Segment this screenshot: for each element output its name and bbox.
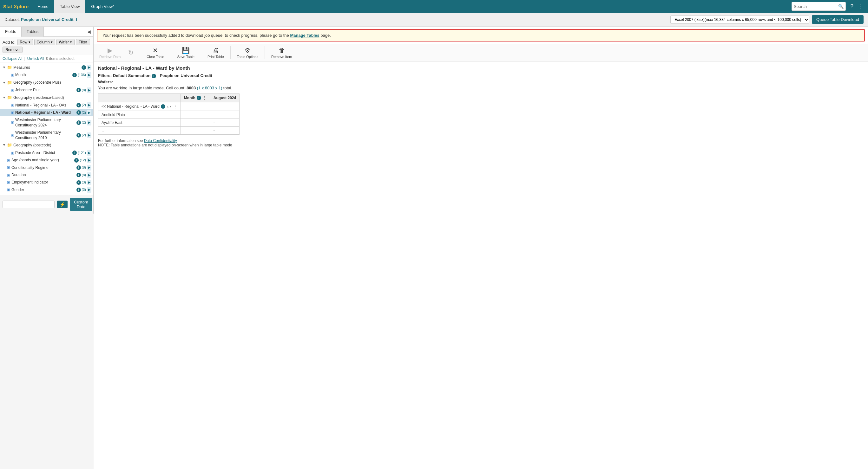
search-input[interactable] (794, 4, 838, 9)
sidebar-footer: ⚡ Custom Data (0, 195, 93, 213)
column-button[interactable]: Column ▼ (34, 39, 55, 45)
alert-message-prefix: Your request has been successfully added… (102, 33, 290, 38)
tree-item-geo-jobcentre-folder[interactable]: ▼ 📁 Geography (Jobcentre Plus) (0, 79, 93, 87)
employment-expand-arrow[interactable]: ▶ (87, 180, 91, 185)
tree-item-gender[interactable]: ▣ Gender i (3) ▶ (0, 186, 93, 193)
tree-item-westminster-2024[interactable]: ▣ Westminster Parliamentary Constituency… (0, 116, 93, 129)
duration-expand-arrow[interactable]: ▶ (87, 172, 91, 178)
data-confidentiality-link[interactable]: Data Confidentiality (144, 138, 177, 143)
age-expand-arrow[interactable]: ▶ (87, 158, 91, 163)
dataset-info-icon[interactable]: ℹ (76, 18, 78, 22)
queue-download-button[interactable]: Queue Table Download (812, 15, 864, 24)
age-info-icon[interactable]: i (74, 158, 79, 163)
tab-tables[interactable]: Tables (22, 27, 44, 37)
tree-item-jobcentre-plus[interactable]: ▣ Jobcentre Plus i (8) ▶ (0, 87, 93, 94)
month-item-icon: ▣ (11, 73, 14, 77)
nav-table-view[interactable]: Table View (54, 0, 86, 13)
wafer-button[interactable]: Wafer ▼ (57, 39, 74, 45)
nat-ward-expand-arrow[interactable]: ▶ (87, 110, 91, 115)
custom-data-button[interactable]: Custom Data (70, 198, 92, 211)
gender-expand-arrow[interactable]: ▶ (87, 187, 91, 192)
col-month-menu-icon[interactable]: ⋮ (203, 95, 207, 100)
filter-button[interactable]: Filter (76, 39, 90, 45)
collapse-all-link[interactable]: Collapse All (3, 57, 23, 61)
format-select[interactable]: Excel 2007 (.xlsx)(max 16,384 columns x … (670, 15, 809, 24)
jcp-info-icon[interactable]: i (76, 88, 81, 92)
untick-all-link[interactable]: Un-tick All (27, 57, 44, 61)
row-geo-menu-icon[interactable]: ⋮ (173, 104, 177, 109)
dataset-name[interactable]: People on Universal Credit (21, 17, 73, 22)
table-row-aycliffe: Aycliffe East - (98, 119, 240, 127)
age-count: (12) (80, 158, 86, 163)
geo-res-folder-icon: 📁 (7, 95, 12, 100)
tree-item-duration[interactable]: ▣ Duration i (8) ▶ (0, 171, 93, 179)
jcp-expand-arrow[interactable]: ▶ (87, 88, 91, 93)
measures-expand-arrow[interactable]: ▶ (87, 65, 91, 70)
add-to-bar: Add to: Row ▼ Column ▼ Wafer ▼ Filter Re… (0, 37, 93, 55)
employment-info-icon[interactable]: i (76, 180, 81, 185)
geo-res-expander: ▼ (3, 95, 7, 100)
nat-oas-info-icon[interactable]: i (76, 103, 81, 107)
postcode-area-expand-arrow[interactable]: ▶ (87, 150, 91, 156)
tree-item-month[interactable]: ▣ Month i (136) ▶ (0, 71, 93, 78)
help-button[interactable]: ? (848, 3, 855, 10)
cond-expand-arrow[interactable]: ▶ (87, 165, 91, 170)
duration-info-icon[interactable]: i (76, 173, 81, 177)
row-geo-sort-arrows[interactable]: ▲▼ (166, 105, 172, 108)
search-icon[interactable]: 🔍 (838, 4, 844, 9)
tree-item-employment[interactable]: ▣ Employment indicator i (3) ▶ (0, 179, 93, 186)
clear-table-group[interactable]: ✕ Clear Table (144, 45, 166, 60)
row-geo-info-icon[interactable]: i (161, 104, 165, 109)
tree-item-age[interactable]: ▣ Age (bands and single year) i (12) ▶ (0, 157, 93, 164)
nav-home[interactable]: Home (32, 0, 54, 13)
tree-item-measures[interactable]: ▼ 📁 Measures i ▶ (0, 64, 93, 71)
tree-item-postcode-area[interactable]: ▣ Postcode Area - District i (121) ▶ (0, 149, 93, 157)
menu-button[interactable]: ⋮ (855, 3, 865, 10)
sidebar-collapse-icon[interactable]: ◀ (87, 29, 91, 34)
cond-info-icon[interactable]: i (76, 165, 81, 170)
month-expand-arrow[interactable]: ▶ (87, 72, 91, 78)
postcode-area-info-icon[interactable]: i (72, 150, 77, 155)
nat-ward-info-icon[interactable]: i (76, 110, 81, 115)
westminster-2010-expand-arrow[interactable]: ▶ (87, 132, 91, 138)
row-button[interactable]: Row ▼ (18, 39, 33, 45)
retrieve-refresh-group[interactable]: ↻ (126, 47, 136, 58)
remove-item-group[interactable]: 🗑 Remove Item (269, 46, 294, 60)
tree-item-conditionality[interactable]: ▣ Conditionality Regime i (8) ▶ (0, 164, 93, 171)
row-dotdot-label: .. (98, 127, 181, 135)
manage-tables-link[interactable]: Manage Tables (290, 33, 319, 38)
duration-icon: ▣ (7, 173, 10, 177)
app-logo: Stat-Xplore (3, 4, 29, 9)
tree-item-geo-postcode-folder[interactable]: ▼ 📁 Geography (postcode) (0, 141, 93, 149)
westminster-2024-expand-arrow[interactable]: ▶ (87, 120, 91, 125)
tab-fields[interactable]: Fields (0, 27, 22, 37)
gender-label: Gender (11, 187, 75, 193)
westminster-2010-info-icon[interactable]: i (76, 133, 81, 137)
nat-oas-expand-arrow[interactable]: ▶ (87, 102, 91, 108)
remove-button[interactable]: Remove (3, 46, 23, 53)
month-info-icon[interactable]: i (72, 73, 77, 77)
print-table-group[interactable]: 🖨 Print Table (205, 46, 226, 60)
employment-icon: ▣ (7, 180, 10, 185)
tree-item-nat-oas[interactable]: ▣ National - Regional - LA - OAs i (2) ▶ (0, 101, 93, 109)
table-options-group[interactable]: ⚙ Table Options (235, 45, 261, 60)
westminster-2024-info-icon[interactable]: i (76, 121, 81, 125)
age-label: Age (bands and single year) (11, 158, 73, 163)
retrieve-data-group[interactable]: ▶ Retrieve Data (97, 45, 123, 60)
filter-info-icon[interactable]: i (152, 74, 156, 78)
save-table-group[interactable]: 💾 Save Table (175, 45, 197, 60)
cell-total: total. (223, 86, 232, 90)
nav-graph-view[interactable]: Graph View* (85, 0, 120, 13)
sidebar-filter-icon-button[interactable]: ⚡ (57, 201, 68, 208)
row-dotdot-empty (181, 127, 210, 135)
col-month-label: Month (184, 96, 195, 100)
options-label: Table Options (237, 55, 258, 59)
tree-item-geo-residence-folder[interactable]: ▼ 📁 Geography (residence-based) (0, 94, 93, 101)
col-month-info-icon[interactable]: i (197, 96, 201, 100)
gender-info-icon[interactable]: i (76, 188, 81, 192)
sidebar-search-input[interactable] (3, 201, 55, 208)
tree-item-nat-ward[interactable]: ▣ National - Regional - LA - Ward i (2) … (0, 109, 93, 116)
cell-detail-link[interactable]: (1 x 8003 x 1) (197, 86, 222, 90)
measures-info-icon[interactable]: i (82, 65, 86, 70)
tree-item-westminster-2010[interactable]: ▣ Westminster Parliamentary Constituency… (0, 129, 93, 142)
